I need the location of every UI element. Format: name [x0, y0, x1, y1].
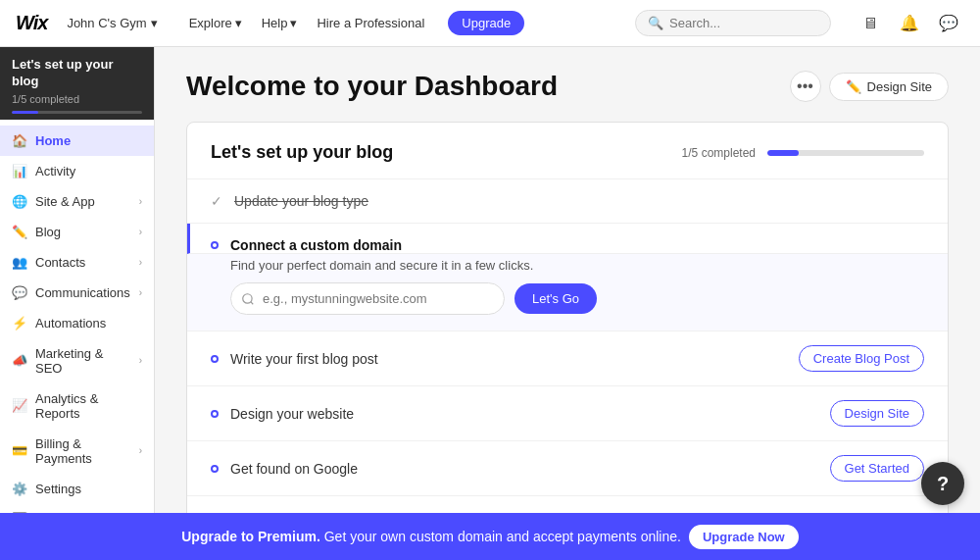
pencil-icon: ✏️	[846, 79, 861, 94]
progress-bar-fill	[767, 150, 799, 156]
search-icon: 🔍	[648, 16, 663, 30]
header-actions: ••• ✏️ Design Site	[790, 71, 949, 102]
site-name[interactable]: John C's Gym ▾	[67, 16, 157, 30]
get-started-button[interactable]: Get Started	[830, 455, 924, 482]
nav-link-help[interactable]: Help ▾	[254, 12, 306, 34]
page-title: Welcome to your Dashboard	[186, 71, 558, 102]
blog-icon: ✏️	[12, 225, 27, 239]
task-label: Design your website	[230, 406, 354, 422]
setup-card: Let's set up your blog 1/5 completed ✓ U…	[186, 122, 949, 513]
chat-icon[interactable]: 💬	[933, 8, 964, 39]
card-title: Let's set up your blog	[211, 142, 393, 163]
domain-input[interactable]	[230, 282, 505, 315]
search-input[interactable]	[669, 16, 807, 30]
more-options-button[interactable]: •••	[790, 71, 821, 102]
domain-section: Find your perfect domain and secure it i…	[187, 254, 948, 331]
sidebar-item-activity[interactable]: 📊 Activity	[0, 156, 154, 186]
sidebar-item-site-app[interactable]: 🌐 Site & App ›	[0, 186, 154, 217]
main-content: Welcome to your Dashboard ••• ✏️ Design …	[155, 47, 980, 513]
sidebar-progress-label: 1/5 completed	[12, 93, 142, 105]
apps-icon: 🔲	[12, 512, 27, 513]
sidebar-header: Let's set up your blog 1/5 completed	[0, 47, 154, 120]
sidebar-progress-bar	[12, 111, 142, 114]
sidebar-item-home[interactable]: 🏠 Home	[0, 126, 154, 156]
automations-icon: ⚡	[12, 316, 27, 331]
top-nav: Wix John C's Gym ▾ Explore ▾ Help ▾ Hire…	[0, 0, 980, 47]
search-bar[interactable]: 🔍	[635, 10, 831, 36]
content-header: Welcome to your Dashboard ••• ✏️ Design …	[186, 71, 949, 102]
site-name-label: John C's Gym	[67, 16, 146, 30]
sidebar-item-communications[interactable]: 💬 Communications ›	[0, 278, 154, 308]
task-label: Connect a custom domain	[230, 237, 402, 253]
billing-icon: 💳	[12, 443, 27, 458]
activity-icon: 📊	[12, 164, 27, 178]
task-label: Update your blog type	[234, 193, 368, 209]
nav-icons: 🖥 🔔 💬	[855, 8, 964, 39]
task-item-custom-domain[interactable]: Connect a custom domain	[187, 224, 948, 254]
site-name-chevron: ▾	[151, 16, 158, 30]
chevron-right-icon: ›	[139, 196, 142, 207]
progress-section: 1/5 completed	[682, 146, 924, 160]
task-item-update-blog-type[interactable]: ✓ Update your blog type	[187, 179, 948, 224]
chevron-right-icon: ›	[139, 445, 142, 456]
nav-links: Explore ▾ Help ▾ Hire a Professional	[181, 12, 433, 34]
chevron-right-icon: ›	[139, 287, 142, 298]
sidebar-header-title: Let's set up your blog	[12, 57, 142, 90]
comms-icon: 💬	[12, 285, 27, 300]
help-button[interactable]: ?	[921, 462, 964, 505]
design-site-task-button[interactable]: Design Site	[830, 400, 924, 427]
bell-icon[interactable]: 🔔	[894, 8, 925, 39]
sidebar-item-blog[interactable]: ✏️ Blog ›	[0, 217, 154, 247]
task-dot-icon	[211, 241, 219, 249]
sidebar-item-analytics[interactable]: 📈 Analytics & Reports	[0, 383, 154, 429]
home-icon: 🏠	[12, 133, 27, 148]
site-app-icon: 🌐	[12, 194, 27, 209]
ukraine-banner: 🇺🇦 Wix stands with Ukraine Show Your Sup…	[187, 496, 948, 513]
wix-logo: Wix	[16, 12, 47, 34]
analytics-icon: 📈	[12, 398, 27, 413]
card-header: Let's set up your blog 1/5 completed	[187, 123, 948, 179]
upgrade-now-button[interactable]: Upgrade Now	[689, 525, 799, 549]
task-dot-icon	[211, 355, 219, 363]
checkmark-icon: ✓	[211, 193, 222, 209]
chevron-right-icon: ›	[139, 257, 142, 268]
progress-bar-container	[767, 150, 924, 156]
upgrade-bar: Upgrade to Premium. Get your own custom …	[0, 513, 980, 560]
task-dot-icon	[211, 410, 219, 418]
upgrade-bar-text: Upgrade to Premium. Get your own custom …	[181, 529, 681, 544]
contacts-icon: 👥	[12, 255, 27, 270]
nav-link-explore[interactable]: Explore ▾	[181, 12, 250, 34]
nav-link-hire[interactable]: Hire a Professional	[309, 12, 432, 34]
sidebar-nav: 🏠 Home 📊 Activity 🌐 Site & App › ✏️ Blog…	[0, 120, 154, 513]
lets-go-button[interactable]: Let's Go	[514, 283, 597, 314]
domain-description: Find your perfect domain and secure it i…	[230, 258, 924, 273]
task-label: Write your first blog post	[230, 351, 378, 367]
sidebar-item-contacts[interactable]: 👥 Contacts ›	[0, 247, 154, 278]
sidebar-item-apps[interactable]: 🔲 Apps ›	[0, 504, 154, 513]
sidebar-item-automations[interactable]: ⚡ Automations	[0, 308, 154, 338]
chevron-right-icon: ›	[139, 355, 142, 366]
task-item-design-website[interactable]: Design your website Design Site	[187, 386, 948, 441]
upgrade-button[interactable]: Upgrade	[448, 11, 524, 35]
create-blog-post-button[interactable]: Create Blog Post	[799, 345, 924, 372]
sidebar: Let's set up your blog 1/5 completed 🏠 H…	[0, 47, 155, 513]
domain-input-row: Let's Go	[230, 282, 924, 315]
monitor-icon[interactable]: 🖥	[855, 8, 886, 39]
design-site-button[interactable]: ✏️ Design Site	[829, 73, 949, 101]
sidebar-item-marketing-seo[interactable]: 📣 Marketing & SEO ›	[0, 338, 154, 383]
marketing-icon: 📣	[12, 353, 27, 368]
task-label: Get found on Google	[230, 461, 358, 477]
sidebar-progress-fill	[12, 111, 38, 114]
chevron-right-icon: ›	[139, 227, 142, 237]
main-layout: Let's set up your blog 1/5 completed 🏠 H…	[0, 47, 980, 513]
task-dot-icon	[211, 465, 219, 473]
sidebar-item-billing[interactable]: 💳 Billing & Payments ›	[0, 429, 154, 474]
task-item-google[interactable]: Get found on Google Get Started	[187, 441, 948, 496]
settings-icon: ⚙️	[12, 482, 27, 496]
sidebar-item-settings[interactable]: ⚙️ Settings	[0, 474, 154, 504]
progress-text: 1/5 completed	[682, 146, 756, 160]
task-item-first-blog-post[interactable]: Write your first blog post Create Blog P…	[187, 331, 948, 386]
